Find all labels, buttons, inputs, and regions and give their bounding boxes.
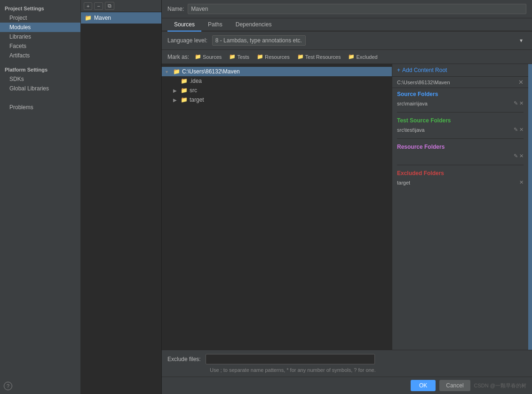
test-folders-title: Test Source Folders bbox=[397, 117, 524, 124]
excluded-folder-path-0: target bbox=[397, 180, 519, 185]
target-folder-icon: 📁 bbox=[181, 96, 188, 103]
plus-icon: + bbox=[397, 67, 400, 73]
remove-resource-folder-button[interactable]: ✕ bbox=[519, 153, 524, 159]
tab-paths[interactable]: Paths bbox=[201, 18, 229, 32]
excluded-folder-entry-0: target ✕ bbox=[397, 178, 524, 186]
mark-sources-button[interactable]: 📁 Sources bbox=[193, 53, 223, 61]
mark-excluded-button[interactable]: 📁 Excluded bbox=[346, 53, 379, 61]
src-folder-icon: 📁 bbox=[181, 87, 188, 94]
add-module-button[interactable]: + bbox=[84, 2, 92, 10]
mark-resources-button[interactable]: 📁 Resources bbox=[255, 53, 292, 61]
edit-test-folder-button[interactable]: ✎ bbox=[514, 127, 518, 133]
tabs-row: Sources Paths Dependencies bbox=[162, 18, 532, 32]
split-content: ▾ 📁 C:\Users\86132\Maven 📁 .idea ▶ 📁 bbox=[162, 64, 532, 350]
tree-idea-label: .idea bbox=[190, 78, 202, 84]
tests-folder-icon: 📁 bbox=[229, 54, 236, 60]
exclude-hint: Use ; to separate name patterns, * for a… bbox=[167, 367, 526, 373]
name-input[interactable] bbox=[188, 4, 526, 14]
mark-tests-button[interactable]: 📁 Tests bbox=[227, 53, 251, 61]
add-content-root-button[interactable]: + Add Content Root bbox=[397, 67, 447, 73]
tree-target[interactable]: ▶ 📁 target bbox=[169, 95, 392, 105]
idea-folder-icon: 📁 bbox=[181, 78, 188, 84]
test-folder-path-0: src\test\java bbox=[397, 127, 514, 133]
root-folder-icon: 📁 bbox=[173, 68, 180, 75]
sidebar-item-global-libraries[interactable]: Global Libraries bbox=[0, 84, 80, 93]
content-body: Language level: 8 - Lambdas, type annota… bbox=[162, 32, 532, 394]
tab-sources[interactable]: Sources bbox=[167, 18, 201, 32]
module-folder-icon: 📁 bbox=[85, 15, 91, 21]
tree-root[interactable]: ▾ 📁 C:\Users\86132\Maven bbox=[162, 67, 392, 76]
tree-idea[interactable]: 📁 .idea bbox=[169, 76, 392, 86]
language-level-row: Language level: 8 - Lambdas, type annota… bbox=[162, 32, 532, 50]
tree-toggle-src[interactable]: ▶ bbox=[173, 88, 179, 93]
source-folder-path-0: src\main\java bbox=[397, 101, 514, 106]
module-item-maven[interactable]: 📁 Maven bbox=[81, 12, 161, 24]
test-source-folders-section: Test Source Folders src\test\java ✎ ✕ bbox=[392, 114, 528, 137]
sidebar: Project Settings Project Modules Librari… bbox=[0, 0, 81, 394]
language-level-label: Language level: bbox=[167, 37, 207, 44]
watermark: CSDN @一颗早春的树 bbox=[474, 382, 526, 389]
sidebar-item-project[interactable]: Project bbox=[0, 13, 80, 23]
tab-dependencies[interactable]: Dependencies bbox=[229, 18, 278, 32]
resource-folders-title: Resource Folders bbox=[397, 144, 524, 150]
name-label: Name: bbox=[167, 6, 184, 12]
exclude-files-label: Exclude files: bbox=[167, 356, 201, 362]
module-toolbar: + − ⧉ bbox=[81, 0, 161, 12]
resource-folders-section: Resource Folders ✎ ✕ bbox=[392, 141, 528, 163]
mark-as-row: Mark as: 📁 Sources 📁 Tests 📁 Resources bbox=[162, 50, 532, 64]
project-settings-title: Project Settings bbox=[0, 4, 80, 13]
copy-module-button[interactable]: ⧉ bbox=[105, 2, 114, 10]
module-item-label: Maven bbox=[94, 15, 111, 21]
tree-root-path: C:\Users\86132\Maven bbox=[182, 68, 240, 75]
tree-src[interactable]: ▶ 📁 src bbox=[169, 86, 392, 95]
edit-source-folder-button[interactable]: ✎ bbox=[514, 100, 518, 106]
resource-entry-actions: ✎ ✕ bbox=[514, 153, 524, 159]
tree-toggle-root[interactable]: ▾ bbox=[166, 69, 171, 74]
remove-source-folder-button[interactable]: ✕ bbox=[519, 100, 524, 106]
remove-excluded-folder-button[interactable]: ✕ bbox=[519, 179, 524, 185]
source-folders-title: Source Folders bbox=[397, 91, 524, 97]
sidebar-item-libraries[interactable]: Libraries bbox=[0, 32, 80, 41]
separator-1 bbox=[397, 112, 524, 113]
dialog-buttons: OK Cancel CSDN @一颗早春的树 bbox=[162, 377, 532, 394]
test-entry-actions: ✎ ✕ bbox=[514, 127, 524, 133]
remove-test-folder-button[interactable]: ✕ bbox=[519, 127, 524, 133]
platform-settings-title: Platform Settings bbox=[0, 65, 80, 74]
content-root-path: C:\Users\86132\Maven ✕ bbox=[392, 77, 528, 88]
sidebar-item-modules[interactable]: Modules bbox=[0, 23, 80, 32]
ok-button[interactable]: OK bbox=[411, 380, 436, 391]
sources-folder-icon: 📁 bbox=[195, 54, 201, 60]
tree-src-label: src bbox=[190, 87, 197, 94]
separator-3 bbox=[397, 165, 524, 165]
tree-toggle-target[interactable]: ▶ bbox=[173, 97, 179, 103]
resources-folder-icon: 📁 bbox=[257, 54, 263, 60]
mark-testresources-button[interactable]: 📁 Test Resources bbox=[295, 53, 343, 61]
name-row: Name: bbox=[162, 0, 532, 18]
testresources-folder-icon: 📁 bbox=[297, 54, 304, 60]
excluded-folder-icon: 📁 bbox=[348, 54, 355, 60]
help-icon[interactable]: ? bbox=[4, 382, 12, 390]
bottom-area: Exclude files: Use ; to separate name pa… bbox=[162, 350, 532, 377]
panel-header: + Add Content Root bbox=[392, 64, 528, 77]
sidebar-item-sdks[interactable]: SDKs bbox=[0, 74, 80, 84]
module-list: + − ⧉ 📁 Maven bbox=[81, 0, 162, 394]
edit-resource-folder-button[interactable]: ✎ bbox=[514, 153, 518, 159]
source-folders-section: Source Folders src\main\java ✎ ✕ bbox=[392, 88, 528, 110]
sidebar-item-problems[interactable]: Problems bbox=[0, 103, 80, 112]
file-tree: ▾ 📁 C:\Users\86132\Maven 📁 .idea ▶ 📁 bbox=[162, 64, 392, 350]
language-level-select[interactable]: 8 - Lambdas, type annotations etc. bbox=[212, 35, 306, 46]
sidebar-item-artifacts[interactable]: Artifacts bbox=[0, 51, 80, 60]
cancel-button[interactable]: Cancel bbox=[439, 380, 470, 391]
exclude-files-input[interactable] bbox=[206, 354, 375, 364]
sidebar-item-facets[interactable]: Facets bbox=[0, 41, 80, 51]
tree-target-label: target bbox=[190, 96, 204, 103]
mark-as-label: Mark as: bbox=[167, 54, 189, 60]
right-panel: + Add Content Root C:\Users\86132\Maven … bbox=[392, 64, 528, 350]
right-edge-bar bbox=[528, 64, 532, 350]
test-folder-entry-0: src\test\java ✎ ✕ bbox=[397, 126, 524, 134]
remove-module-button[interactable]: − bbox=[94, 2, 103, 10]
resource-folder-entry-0: ✎ ✕ bbox=[397, 152, 524, 160]
excluded-folders-section: Excluded Folders target ✕ bbox=[392, 167, 528, 189]
content-area: Name: Sources Paths Dependencies Languag… bbox=[162, 0, 532, 394]
close-content-root-button[interactable]: ✕ bbox=[518, 79, 524, 86]
